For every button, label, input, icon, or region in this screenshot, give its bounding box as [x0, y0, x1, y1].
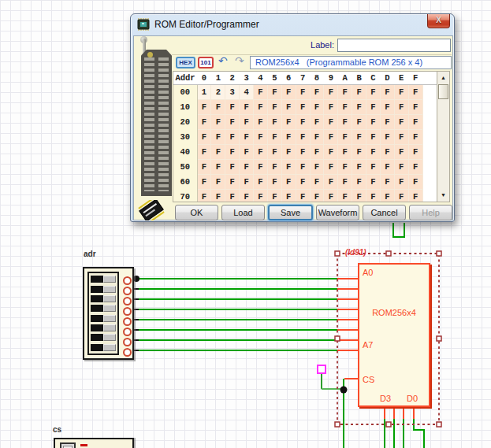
rom-data-cell[interactable]: F	[254, 130, 268, 145]
cs-component[interactable]	[54, 438, 134, 448]
rom-data-cell[interactable]: F	[225, 100, 240, 115]
dip-switch-5[interactable]	[91, 324, 116, 331]
rom-data-cell[interactable]: F	[338, 130, 352, 145]
adr-pin-6[interactable]	[123, 338, 132, 346]
rom-data-cell[interactable]: F	[254, 190, 268, 203]
dip-switch-1[interactable]	[91, 286, 116, 293]
rom-data-cell[interactable]: F	[380, 85, 394, 100]
rom-data-cell[interactable]: F	[380, 100, 394, 115]
rom-data-cell[interactable]: F	[267, 85, 281, 100]
rom-data-cell[interactable]: F	[211, 130, 225, 145]
hex-mode-button[interactable]: HEX	[176, 57, 195, 68]
table-scrollbar[interactable]: ▲ ▼	[437, 71, 450, 202]
rom-data-cell[interactable]: F	[324, 85, 338, 100]
adr-pin-5[interactable]	[123, 328, 132, 336]
dip-switch-7[interactable]	[91, 344, 116, 351]
binary-mode-button[interactable]: 101	[198, 57, 214, 68]
rom-data-cell[interactable]: F	[338, 115, 352, 130]
rom-data-cell[interactable]: F	[394, 115, 408, 130]
dip-switch-3[interactable]	[91, 305, 116, 312]
rom-data-cell[interactable]: F	[197, 130, 211, 145]
waveform-button[interactable]: Waveform	[316, 205, 359, 220]
rom-data-cell[interactable]: F	[380, 160, 394, 175]
adr-pin-2[interactable]	[123, 297, 132, 305]
rom-data-cell[interactable]: F	[380, 130, 394, 145]
rom-data-cell[interactable]: F	[211, 115, 225, 130]
rom-data-cell[interactable]: F	[408, 130, 422, 145]
rom-data-cell[interactable]: F	[225, 145, 240, 160]
rom-data-cell[interactable]: F	[267, 145, 281, 160]
adr-pin-0[interactable]	[123, 276, 132, 285]
rom-data-cell[interactable]: F	[352, 145, 366, 160]
rom-data-cell[interactable]: F	[225, 175, 240, 190]
rom-data-cell[interactable]: F	[281, 85, 296, 100]
rom-data-cell[interactable]: F	[352, 85, 366, 100]
rom-data-cell[interactable]: F	[310, 130, 324, 145]
dialog-titlebar[interactable]: ROM Editor/Programmer X	[131, 14, 454, 35]
rom-component[interactable]: A0 A7 CS D3 D0 ROM256x4	[358, 263, 430, 407]
rom-data-cell[interactable]: F	[310, 175, 324, 190]
rom-data-cell[interactable]: F	[267, 115, 281, 130]
rom-data-cell[interactable]: F	[380, 175, 394, 190]
rom-data-cell[interactable]: F	[267, 175, 281, 190]
rom-data-cell[interactable]: F	[408, 85, 422, 100]
rom-data-cell[interactable]: F	[296, 85, 310, 100]
rom-data-cell[interactable]: F	[338, 100, 352, 115]
rom-data-cell[interactable]: F	[324, 160, 338, 175]
rom-data-cell[interactable]: F	[254, 160, 268, 175]
rom-data-cell[interactable]: F	[310, 115, 324, 130]
rom-data-cell[interactable]: 4	[240, 85, 254, 100]
load-button[interactable]: Load	[221, 205, 265, 220]
rom-data-cell[interactable]: F	[267, 130, 281, 145]
dip-switch-adr[interactable]	[83, 267, 134, 360]
rom-data-cell[interactable]: F	[240, 100, 254, 115]
rom-data-cell[interactable]: F	[366, 85, 381, 100]
rom-data-cell[interactable]: F	[240, 130, 254, 145]
rom-data-cell[interactable]: F	[352, 100, 366, 115]
rom-data-cell[interactable]: F	[197, 115, 211, 130]
rom-data-cell[interactable]: F	[310, 190, 324, 203]
rom-data-cell[interactable]: F	[254, 145, 268, 160]
rom-data-cell[interactable]: F	[324, 130, 338, 145]
rom-data-cell[interactable]: F	[197, 145, 211, 160]
rom-data-cell[interactable]: F	[366, 145, 381, 160]
rom-data-cell[interactable]: F	[211, 100, 225, 115]
unconnected-pin-marker[interactable]	[318, 365, 325, 373]
adr-pin-7[interactable]	[123, 348, 132, 357]
adr-pin-4[interactable]	[123, 317, 132, 326]
data-return-wire[interactable]	[393, 223, 404, 237]
rom-data-cell[interactable]: F	[408, 190, 422, 203]
rom-data-cell[interactable]: F	[324, 115, 338, 130]
rom-data-cell[interactable]: F	[366, 100, 381, 115]
ok-button[interactable]: OK	[175, 205, 218, 220]
rom-data-cell[interactable]: F	[240, 175, 254, 190]
rom-data-cell[interactable]: F	[324, 175, 338, 190]
rom-data-cell[interactable]: F	[352, 190, 366, 203]
rom-data-cell[interactable]: F	[310, 100, 324, 115]
scroll-up-arrow[interactable]: ▲	[438, 72, 448, 83]
cs-junction-dot[interactable]	[340, 387, 348, 394]
dip-switch-0[interactable]	[91, 276, 116, 283]
cs-switch-button[interactable]	[60, 442, 76, 448]
rom-data-cell[interactable]: F	[296, 160, 310, 175]
address-bus-wires[interactable]	[128, 279, 358, 350]
rom-data-cell[interactable]: F	[197, 190, 211, 203]
rom-data-cell[interactable]: F	[338, 85, 352, 100]
rom-data-cell[interactable]: F	[211, 160, 225, 175]
data-pin-stubs[interactable]	[385, 407, 414, 419]
rom-data-cell[interactable]: F	[240, 190, 254, 203]
rom-data-cell[interactable]: F	[211, 175, 225, 190]
rom-data-cell[interactable]: F	[394, 100, 408, 115]
rom-data-cell[interactable]: F	[254, 85, 268, 100]
circuit-canvas[interactable]: adr A0 A7 CS D3 D0 ROM256x4 (Id91) cs	[0, 0, 491, 448]
rom-data-cell[interactable]: F	[281, 145, 296, 160]
rom-data-cell[interactable]: F	[211, 145, 225, 160]
rom-data-cell[interactable]: F	[281, 190, 296, 203]
rom-data-cell[interactable]: F	[408, 115, 422, 130]
rom-data-cell[interactable]: F	[338, 175, 352, 190]
label-input[interactable]	[337, 39, 451, 52]
rom-data-cell[interactable]: F	[211, 190, 225, 203]
rom-data-cell[interactable]: F	[310, 145, 324, 160]
rom-data-cell[interactable]: F	[324, 100, 338, 115]
rom-data-cell[interactable]: F	[380, 145, 394, 160]
